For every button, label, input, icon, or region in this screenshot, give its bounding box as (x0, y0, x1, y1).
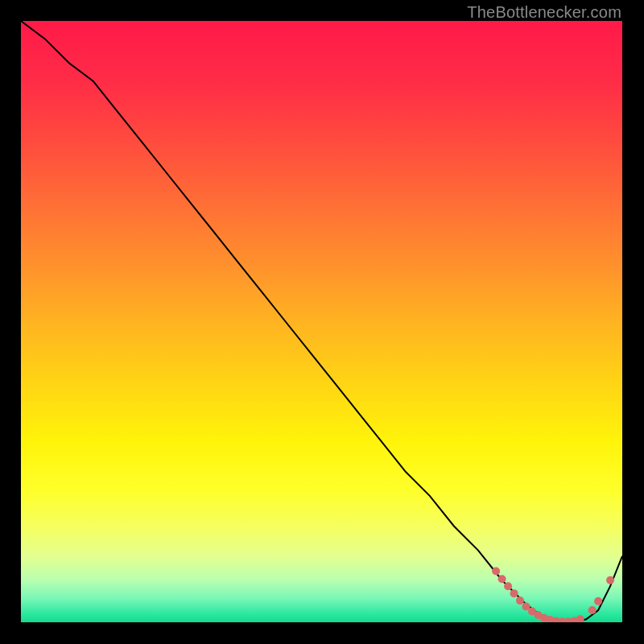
marker-dot (498, 575, 506, 583)
heat-background (21, 21, 622, 622)
chart-stage: TheBottlenecker.com (0, 0, 644, 644)
marker-dot (504, 582, 512, 590)
attribution-label: TheBottlenecker.com (467, 3, 621, 22)
marker-dot (510, 589, 518, 597)
marker-dot (516, 597, 524, 605)
marker-dot (606, 576, 614, 584)
marker-dot (594, 597, 602, 605)
marker-dot (588, 606, 597, 614)
chart-plot-area (21, 21, 622, 622)
marker-dot (492, 568, 500, 576)
chart-svg (21, 21, 622, 622)
